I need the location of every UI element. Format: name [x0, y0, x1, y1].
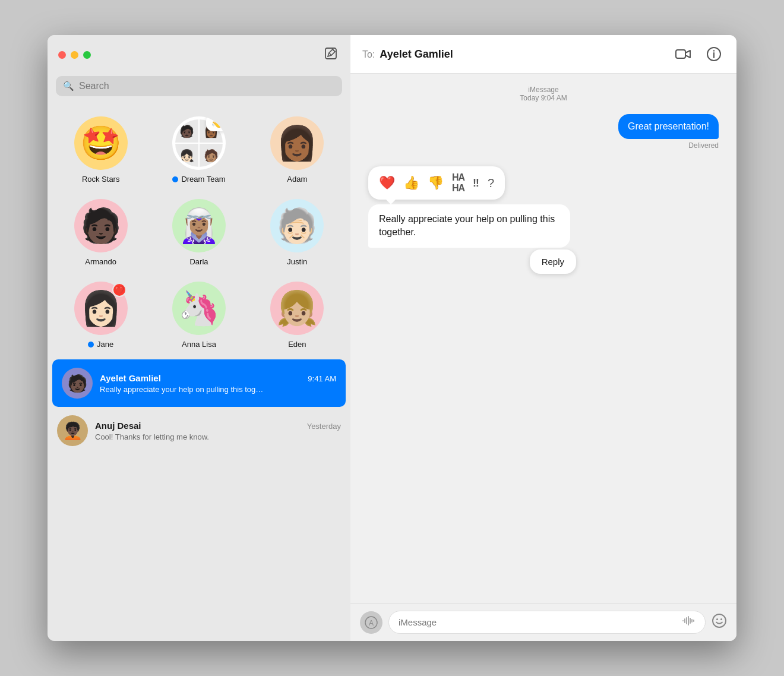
sent-message: Great presentation! Delivered — [368, 114, 719, 150]
unread-dot-jane — [88, 342, 94, 348]
contact-name-adam: Adam — [287, 175, 307, 184]
emoji-button[interactable] — [712, 613, 727, 632]
avatar-armando: 🧑🏿 — [74, 199, 128, 252]
reaction-emphasis[interactable]: ‼ — [470, 176, 482, 191]
delivered-label: Delivered — [688, 141, 719, 150]
reaction-question[interactable]: ? — [485, 175, 497, 191]
avatar-circle: 🧓🏻 — [270, 199, 324, 252]
conversation-list: 🧑🏿 Ayelet Gamliel 9:41 AM Really appreci… — [48, 359, 350, 641]
svg-point-14 — [713, 614, 726, 627]
conv-item-anuj[interactable]: 🧑🏿‍🦱 Anuj Desai Yesterday Cool! Thanks f… — [48, 407, 350, 454]
avatar-circle: 🦄 — [172, 282, 226, 335]
conv-name-ayelet: Ayelet Gamliel — [100, 373, 161, 383]
compose-button[interactable] — [322, 45, 340, 65]
sidebar: 🔍 🤩 Rock Stars 👋 🧑 — [48, 35, 350, 641]
contact-name-anna-lisa: Anna Lisa — [182, 340, 216, 349]
conv-preview-anuj: Cool! Thanks for letting me know. — [95, 432, 261, 441]
avatar-circle: 👩🏾 — [270, 116, 324, 170]
minimize-button[interactable] — [71, 51, 78, 59]
conv-time-ayelet: 9:41 AM — [308, 374, 336, 383]
audio-waveform-icon — [682, 616, 696, 628]
avatar-dream-team: 👋 🧑🏿 👩🏾 👧🏻 🧑🏽 — [172, 116, 226, 170]
contact-rock-stars[interactable]: 🤩 Rock Stars — [53, 110, 148, 189]
contact-name-rock-stars: Rock Stars — [82, 175, 120, 184]
avatar-circle: 🤩 — [74, 116, 128, 170]
reaction-thumbs-up[interactable]: 👍 — [401, 174, 422, 192]
avatar-anna-lisa: 🦄 — [172, 282, 226, 335]
contact-name-dream-team: Dream Team — [172, 175, 225, 184]
chat-header: To: Ayelet Gamliel — [350, 35, 736, 74]
chat-input-bar: A — [350, 603, 736, 641]
contact-name-armando: Armando — [85, 257, 116, 266]
search-icon: 🔍 — [63, 81, 74, 91]
contact-adam[interactable]: 👩🏾 Adam — [250, 110, 344, 189]
avatar-circle: 🧝🏽‍♀️ — [172, 199, 226, 252]
svg-point-16 — [720, 618, 722, 620]
close-button[interactable] — [58, 51, 66, 59]
app-window: 🔍 🤩 Rock Stars 👋 🧑 — [48, 35, 736, 641]
reaction-haha[interactable]: HAHA — [450, 171, 467, 195]
unread-dot-dream-team — [172, 176, 178, 182]
received-message-group: ❤️ 👍 👎 HAHA ‼ ? Really appreciate your h… — [368, 166, 719, 248]
svg-rect-1 — [676, 50, 685, 58]
app-store-button[interactable]: A — [360, 611, 382, 634]
avatar-jane: 👩🏻 ❤️ — [74, 282, 128, 335]
chat-header-actions — [672, 43, 725, 65]
avatar-justin: 🧓🏻 — [270, 199, 324, 252]
conv-preview-ayelet: Really appreciate your help on pulling t… — [100, 385, 266, 394]
search-input[interactable] — [79, 81, 335, 91]
sent-bubble: Great presentation! — [618, 114, 719, 139]
group-avatar: 👋 🧑🏿 👩🏾 👧🏻 🧑🏽 — [172, 116, 226, 170]
chat-to: To: Ayelet Gamliel — [362, 48, 453, 61]
avatar-circle: 👧🏼 — [270, 282, 324, 335]
reaction-heart[interactable]: ❤️ — [377, 174, 397, 192]
wave-bubble: 👋 — [206, 116, 226, 131]
avatar-rock-stars: 🤩 — [74, 116, 128, 170]
reaction-thumbs-down[interactable]: 👎 — [425, 174, 446, 192]
reaction-bar: ❤️ 👍 👎 HAHA ‼ ? — [368, 166, 505, 200]
sidebar-titlebar — [48, 35, 350, 71]
reply-button[interactable]: Reply — [530, 249, 576, 274]
message-input[interactable] — [399, 617, 678, 627]
contact-name-jane: Jane — [88, 340, 113, 349]
chat-panel: To: Ayelet Gamliel — [350, 35, 736, 641]
traffic-lights — [58, 51, 91, 59]
contact-darla[interactable]: 🧝🏽‍♀️ Darla — [151, 193, 246, 272]
info-button[interactable] — [703, 43, 725, 65]
message-input-wrap — [388, 611, 706, 634]
avatar-circle: 🧑🏿 — [74, 199, 128, 252]
conv-name-anuj: Anuj Desai — [95, 421, 141, 431]
contact-jane[interactable]: 👩🏻 ❤️ Jane — [53, 276, 148, 355]
contact-armando[interactable]: 🧑🏿 Armando — [53, 193, 148, 272]
contact-name-eden: Eden — [288, 340, 306, 349]
avatar-adam: 👩🏾 — [270, 116, 324, 170]
svg-rect-0 — [325, 48, 336, 59]
contact-name-justin: Justin — [287, 257, 307, 266]
chat-to-label: To: — [362, 49, 375, 60]
heart-badge: ❤️ — [112, 283, 127, 297]
contact-name-darla: Darla — [189, 257, 208, 266]
conv-avatar-ayelet: 🧑🏿 — [62, 368, 93, 399]
contacts-grid: 🤩 Rock Stars 👋 🧑🏿 👩🏾 👧🏻 🧑🏽 — [48, 105, 350, 355]
avatar-eden: 👧🏼 — [270, 282, 324, 335]
contact-dream-team[interactable]: 👋 🧑🏿 👩🏾 👧🏻 🧑🏽 Dream Team — [151, 110, 246, 189]
conv-item-ayelet[interactable]: 🧑🏿 Ayelet Gamliel 9:41 AM Really appreci… — [52, 359, 346, 407]
video-call-button[interactable] — [672, 43, 694, 65]
received-bubble: Really appreciate your help on pulling t… — [368, 204, 570, 248]
conv-time-anuj: Yesterday — [307, 422, 341, 431]
svg-text:A: A — [369, 619, 374, 627]
svg-point-4 — [713, 50, 715, 51]
contact-eden[interactable]: 👧🏼 Eden — [250, 276, 344, 355]
chat-recipient-name: Ayelet Gamliel — [380, 48, 453, 61]
message-timestamp: iMessage Today 9:04 AM — [368, 86, 719, 102]
contact-anna-lisa[interactable]: 🦄 Anna Lisa — [151, 276, 246, 355]
search-bar[interactable]: 🔍 — [56, 76, 342, 96]
conv-avatar-anuj: 🧑🏿‍🦱 — [57, 415, 88, 446]
svg-point-15 — [716, 618, 718, 620]
contact-justin[interactable]: 🧓🏻 Justin — [250, 193, 344, 272]
chat-messages: iMessage Today 9:04 AM Great presentatio… — [350, 74, 736, 603]
maximize-button[interactable] — [83, 51, 91, 59]
avatar-darla: 🧝🏽‍♀️ — [172, 199, 226, 252]
